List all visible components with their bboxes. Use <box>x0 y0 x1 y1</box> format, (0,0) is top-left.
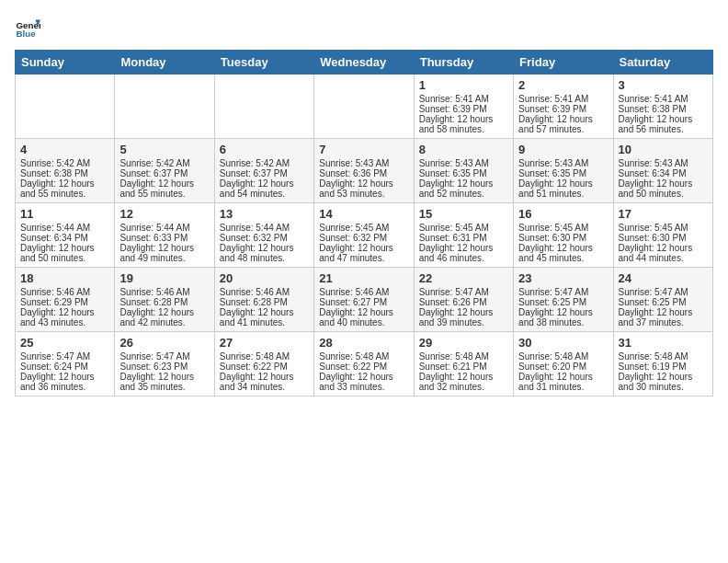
sunset-text: Sunset: 6:35 PM <box>419 168 487 178</box>
calendar-cell: 28 Sunrise: 5:48 AM Sunset: 6:22 PM Dayl… <box>314 332 414 396</box>
day-number: 22 <box>419 271 508 285</box>
calendar-cell: 4 Sunrise: 5:42 AM Sunset: 6:38 PM Dayli… <box>16 139 115 203</box>
daylight-text: Daylight: 12 hours and 43 minutes. <box>20 307 95 327</box>
daylight-text: Daylight: 12 hours and 57 minutes. <box>518 114 593 134</box>
sunrise-text: Sunrise: 5:44 AM <box>119 223 189 233</box>
day-number: 23 <box>518 271 608 285</box>
sunrise-text: Sunrise: 5:45 AM <box>619 223 688 233</box>
sunset-text: Sunset: 6:30 PM <box>619 233 687 243</box>
calendar-cell: 11 Sunrise: 5:44 AM Sunset: 6:34 PM Dayl… <box>16 203 115 268</box>
svg-text:Blue: Blue <box>16 29 36 39</box>
sunset-text: Sunset: 6:31 PM <box>419 233 487 243</box>
sunset-text: Sunset: 6:21 PM <box>419 362 487 372</box>
daylight-text: Daylight: 12 hours and 34 minutes. <box>220 372 294 392</box>
sunrise-text: Sunrise: 5:47 AM <box>20 351 90 362</box>
sunset-text: Sunset: 6:36 PM <box>319 168 387 178</box>
calendar-cell: 1 Sunrise: 5:41 AM Sunset: 6:39 PM Dayli… <box>414 75 513 139</box>
sunrise-text: Sunrise: 5:43 AM <box>419 158 489 168</box>
calendar-cell: 20 Sunrise: 5:46 AM Sunset: 6:28 PM Dayl… <box>214 268 313 332</box>
daylight-text: Daylight: 12 hours and 35 minutes. <box>119 372 194 392</box>
day-number: 20 <box>220 271 309 285</box>
calendar-cell <box>214 75 313 139</box>
day-number: 26 <box>119 336 209 350</box>
sunset-text: Sunset: 6:34 PM <box>20 233 88 243</box>
weekday-header: Monday <box>115 51 214 75</box>
sunrise-text: Sunrise: 5:43 AM <box>319 158 389 168</box>
day-number: 18 <box>20 271 109 285</box>
sunset-text: Sunset: 6:37 PM <box>119 168 188 178</box>
daylight-text: Daylight: 12 hours and 48 minutes. <box>220 243 294 263</box>
sunset-text: Sunset: 6:20 PM <box>518 362 586 372</box>
calendar-cell: 22 Sunrise: 5:47 AM Sunset: 6:26 PM Dayl… <box>414 268 513 332</box>
daylight-text: Daylight: 12 hours and 51 minutes. <box>518 178 593 199</box>
sunrise-text: Sunrise: 5:42 AM <box>119 158 189 168</box>
calendar-cell: 23 Sunrise: 5:47 AM Sunset: 6:25 PM Dayl… <box>514 268 613 332</box>
weekday-header: Sunday <box>16 51 115 75</box>
daylight-text: Daylight: 12 hours and 56 minutes. <box>619 114 693 134</box>
day-number: 27 <box>220 336 309 350</box>
weekday-header: Thursday <box>414 51 513 75</box>
weekday-header: Wednesday <box>314 51 414 75</box>
daylight-text: Daylight: 12 hours and 47 minutes. <box>319 243 393 263</box>
sunset-text: Sunset: 6:35 PM <box>518 168 586 178</box>
daylight-text: Daylight: 12 hours and 54 minutes. <box>220 178 294 199</box>
sunrise-text: Sunrise: 5:47 AM <box>119 351 189 362</box>
calendar-cell: 30 Sunrise: 5:48 AM Sunset: 6:20 PM Dayl… <box>514 332 613 396</box>
daylight-text: Daylight: 12 hours and 45 minutes. <box>518 243 593 263</box>
day-number: 28 <box>319 336 408 350</box>
day-number: 5 <box>119 143 209 156</box>
sunset-text: Sunset: 6:32 PM <box>220 233 288 243</box>
calendar-cell: 14 Sunrise: 5:45 AM Sunset: 6:32 PM Dayl… <box>314 203 414 268</box>
calendar-cell: 12 Sunrise: 5:44 AM Sunset: 6:33 PM Dayl… <box>115 203 214 268</box>
logo: General Blue <box>15 15 44 40</box>
day-number: 4 <box>20 143 109 156</box>
sunrise-text: Sunrise: 5:47 AM <box>619 287 688 297</box>
sunset-text: Sunset: 6:37 PM <box>220 168 288 178</box>
calendar-cell: 10 Sunrise: 5:43 AM Sunset: 6:34 PM Dayl… <box>613 139 712 203</box>
daylight-text: Daylight: 12 hours and 44 minutes. <box>619 243 693 263</box>
calendar-cell: 27 Sunrise: 5:48 AM Sunset: 6:22 PM Dayl… <box>214 332 313 396</box>
daylight-text: Daylight: 12 hours and 31 minutes. <box>518 372 593 392</box>
day-number: 6 <box>220 143 309 156</box>
sunrise-text: Sunrise: 5:45 AM <box>518 223 588 233</box>
day-number: 10 <box>619 143 708 156</box>
daylight-text: Daylight: 12 hours and 39 minutes. <box>419 307 494 327</box>
daylight-text: Daylight: 12 hours and 38 minutes. <box>518 307 593 327</box>
day-number: 11 <box>20 207 109 221</box>
sunset-text: Sunset: 6:38 PM <box>20 168 88 178</box>
sunrise-text: Sunrise: 5:48 AM <box>319 351 389 362</box>
calendar: SundayMondayTuesdayWednesdayThursdayFrid… <box>15 50 713 396</box>
sunrise-text: Sunrise: 5:48 AM <box>518 351 588 362</box>
day-number: 15 <box>419 207 508 221</box>
calendar-cell: 19 Sunrise: 5:46 AM Sunset: 6:28 PM Dayl… <box>115 268 214 332</box>
sunrise-text: Sunrise: 5:46 AM <box>220 287 290 297</box>
daylight-text: Daylight: 12 hours and 50 minutes. <box>20 243 95 263</box>
sunset-text: Sunset: 6:39 PM <box>518 104 586 114</box>
calendar-cell: 26 Sunrise: 5:47 AM Sunset: 6:23 PM Dayl… <box>115 332 214 396</box>
calendar-cell: 2 Sunrise: 5:41 AM Sunset: 6:39 PM Dayli… <box>514 75 613 139</box>
day-number: 9 <box>518 143 608 156</box>
sunrise-text: Sunrise: 5:43 AM <box>518 158 588 168</box>
sunset-text: Sunset: 6:30 PM <box>518 233 586 243</box>
day-number: 29 <box>419 336 508 350</box>
sunrise-text: Sunrise: 5:48 AM <box>220 351 290 362</box>
sunset-text: Sunset: 6:28 PM <box>220 297 288 307</box>
day-number: 25 <box>20 336 109 350</box>
weekday-header: Tuesday <box>214 51 313 75</box>
sunset-text: Sunset: 6:24 PM <box>20 362 88 372</box>
day-number: 24 <box>619 271 708 285</box>
sunrise-text: Sunrise: 5:48 AM <box>619 351 688 362</box>
sunset-text: Sunset: 6:19 PM <box>619 362 687 372</box>
sunrise-text: Sunrise: 5:43 AM <box>619 158 688 168</box>
day-number: 31 <box>619 336 708 350</box>
sunrise-text: Sunrise: 5:41 AM <box>518 94 588 104</box>
sunrise-text: Sunrise: 5:48 AM <box>419 351 489 362</box>
calendar-cell: 5 Sunrise: 5:42 AM Sunset: 6:37 PM Dayli… <box>115 139 214 203</box>
calendar-cell: 29 Sunrise: 5:48 AM Sunset: 6:21 PM Dayl… <box>414 332 513 396</box>
sunset-text: Sunset: 6:32 PM <box>319 233 387 243</box>
daylight-text: Daylight: 12 hours and 55 minutes. <box>20 178 95 199</box>
calendar-cell: 15 Sunrise: 5:45 AM Sunset: 6:31 PM Dayl… <box>414 203 513 268</box>
calendar-cell: 13 Sunrise: 5:44 AM Sunset: 6:32 PM Dayl… <box>214 203 313 268</box>
calendar-cell <box>16 75 115 139</box>
day-number: 16 <box>518 207 608 221</box>
